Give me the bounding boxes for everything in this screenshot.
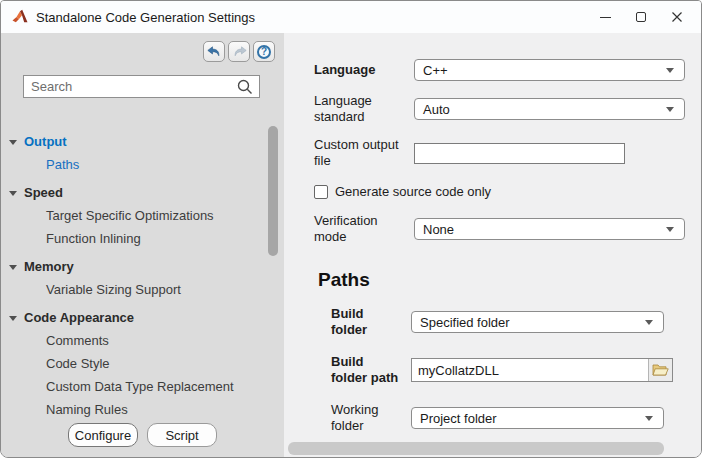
working-folder-dropdown[interactable]: Project folder xyxy=(411,407,664,429)
tree-section-output: Output Paths xyxy=(1,130,284,176)
custom-output-file-label: Custom output file xyxy=(314,137,404,169)
build-folder-path-label: Build folder path xyxy=(331,354,401,386)
search-box xyxy=(23,75,260,98)
maximize-button[interactable] xyxy=(623,1,659,33)
build-folder-value: Specified folder xyxy=(420,315,510,330)
settings-panel: Language C++ Language standard Auto Cust… xyxy=(284,33,701,457)
tree-header-label: Code Appearance xyxy=(24,310,134,325)
undo-button[interactable] xyxy=(203,41,225,62)
paths-section-heading: Paths xyxy=(318,269,701,291)
generate-source-only-checkbox[interactable] xyxy=(314,185,328,199)
caret-down-icon xyxy=(9,265,17,270)
tree-item-comments[interactable]: Comments xyxy=(1,329,284,352)
verification-mode-label: Verification mode xyxy=(314,213,404,245)
language-label: Language xyxy=(314,62,404,78)
close-button[interactable] xyxy=(659,1,695,33)
minimize-icon xyxy=(600,17,611,18)
tree-item-function-inlining[interactable]: Function Inlining xyxy=(1,227,284,250)
tree-header-label: Speed xyxy=(24,185,63,200)
language-standard-row: Language standard Auto xyxy=(314,93,701,125)
language-row: Language C++ xyxy=(314,59,701,81)
custom-output-file-input[interactable] xyxy=(414,143,625,164)
tree-section-speed: Speed Target Specific Optimizations Func… xyxy=(1,181,284,250)
working-folder-value: Project folder xyxy=(420,411,497,426)
generate-source-only-label: Generate source code only xyxy=(335,184,491,199)
tree-section-memory: Memory Variable Sizing Support xyxy=(1,255,284,301)
build-folder-row: Build folder Specified folder xyxy=(331,306,701,338)
redo-button[interactable] xyxy=(228,41,250,62)
browse-folder-button[interactable] xyxy=(648,359,672,381)
tree-item-target-specific-optimizations[interactable]: Target Specific Optimizations xyxy=(1,204,284,227)
tree-header-code-appearance[interactable]: Code Appearance xyxy=(1,306,284,329)
tree-item-code-style[interactable]: Code Style xyxy=(1,352,284,375)
working-folder-row: Working folder Project folder xyxy=(331,402,701,434)
window-title: Standalone Code Generation Settings xyxy=(36,10,255,25)
sidebar: ? Output Paths xyxy=(1,33,284,457)
maximize-icon xyxy=(636,12,646,22)
chevron-down-icon xyxy=(666,68,674,73)
chevron-down-icon xyxy=(666,227,674,232)
search-input[interactable] xyxy=(24,79,236,94)
configure-button[interactable]: Configure xyxy=(68,423,138,447)
caret-down-icon xyxy=(9,191,17,196)
script-button[interactable]: Script xyxy=(147,423,217,447)
sidebar-footer: Configure Script xyxy=(1,423,284,447)
sidebar-vertical-scrollbar[interactable] xyxy=(268,126,278,256)
tree-item-custom-data-type-replacement[interactable]: Custom Data Type Replacement xyxy=(1,375,284,398)
help-button[interactable]: ? xyxy=(253,41,275,62)
tree-item-variable-sizing-support[interactable]: Variable Sizing Support xyxy=(1,278,284,301)
settings-tree: Output Paths Speed Target Specific Optim… xyxy=(1,130,284,421)
caret-down-icon xyxy=(9,316,17,321)
settings-window: Standalone Code Generation Settings xyxy=(0,0,702,458)
build-folder-path-input[interactable] xyxy=(412,359,648,381)
tree-item-paths[interactable]: Paths xyxy=(1,153,284,176)
chevron-down-icon xyxy=(645,320,653,325)
search-icon xyxy=(236,78,254,96)
close-icon xyxy=(671,11,683,23)
caret-down-icon xyxy=(9,140,17,145)
custom-output-file-row: Custom output file xyxy=(314,137,701,169)
verification-mode-dropdown[interactable]: None xyxy=(414,218,685,240)
tree-header-memory[interactable]: Memory xyxy=(1,255,284,278)
build-folder-path-group xyxy=(411,358,673,382)
tree-header-output[interactable]: Output xyxy=(1,130,284,153)
sidebar-toolbar: ? xyxy=(1,33,284,62)
build-folder-label: Build folder xyxy=(331,306,401,338)
verification-mode-row: Verification mode None xyxy=(314,213,701,245)
language-value: C++ xyxy=(423,63,448,78)
titlebar: Standalone Code Generation Settings xyxy=(1,1,701,33)
build-folder-dropdown[interactable]: Specified folder xyxy=(411,311,664,333)
language-standard-dropdown[interactable]: Auto xyxy=(414,98,685,120)
matlab-logo-icon xyxy=(12,9,28,25)
verification-mode-value: None xyxy=(423,222,454,237)
build-folder-path-row: Build folder path xyxy=(331,354,701,386)
undo-icon xyxy=(207,46,222,58)
chevron-down-icon xyxy=(666,107,674,112)
redo-icon xyxy=(232,46,247,58)
language-dropdown[interactable]: C++ xyxy=(414,59,685,81)
tree-header-speed[interactable]: Speed xyxy=(1,181,284,204)
help-icon: ? xyxy=(257,45,271,59)
generate-source-only-row: Generate source code only xyxy=(314,184,701,199)
language-standard-value: Auto xyxy=(423,102,450,117)
chevron-down-icon xyxy=(645,416,653,421)
minimize-button[interactable] xyxy=(587,1,623,33)
tree-section-code-appearance: Code Appearance Comments Code Style Cust… xyxy=(1,306,284,421)
folder-icon xyxy=(652,363,669,377)
tree-header-label: Output xyxy=(24,134,67,149)
language-standard-label: Language standard xyxy=(314,93,404,125)
tree-header-label: Memory xyxy=(24,259,74,274)
working-folder-label: Working folder xyxy=(331,402,401,434)
panel-horizontal-scrollbar[interactable] xyxy=(288,442,664,455)
tree-item-naming-rules[interactable]: Naming Rules xyxy=(1,398,284,421)
